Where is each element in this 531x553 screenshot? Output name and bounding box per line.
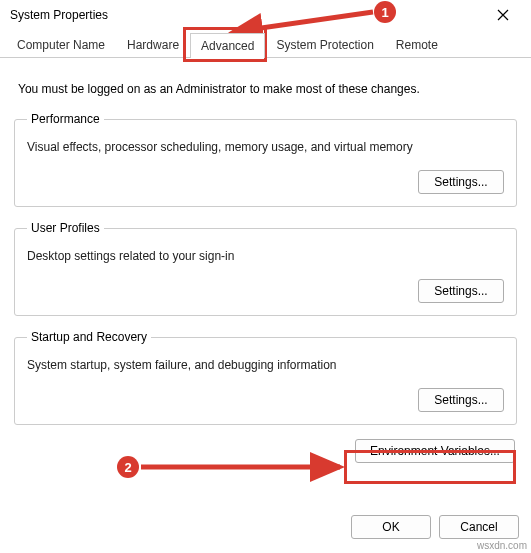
dialog-footer: OK Cancel: [351, 515, 519, 539]
window-title: System Properties: [10, 8, 108, 22]
group-startup-recovery-legend: Startup and Recovery: [27, 330, 151, 344]
group-user-profiles-legend: User Profiles: [27, 221, 104, 235]
group-performance-desc: Visual effects, processor scheduling, me…: [27, 140, 504, 154]
tab-strip: Computer Name Hardware Advanced System P…: [0, 30, 531, 58]
user-profiles-settings-button[interactable]: Settings...: [418, 279, 504, 303]
group-performance-legend: Performance: [27, 112, 104, 126]
startup-recovery-settings-button[interactable]: Settings...: [418, 388, 504, 412]
group-performance: Performance Visual effects, processor sc…: [14, 112, 517, 207]
admin-notice: You must be logged on as an Administrato…: [18, 82, 513, 96]
watermark: wsxdn.com: [477, 540, 527, 551]
group-startup-recovery: Startup and Recovery System startup, sys…: [14, 330, 517, 425]
tab-advanced[interactable]: Advanced: [190, 33, 265, 58]
cancel-button[interactable]: Cancel: [439, 515, 519, 539]
performance-settings-button[interactable]: Settings...: [418, 170, 504, 194]
tab-hardware[interactable]: Hardware: [116, 32, 190, 57]
group-user-profiles: User Profiles Desktop settings related t…: [14, 221, 517, 316]
tab-computer-name[interactable]: Computer Name: [6, 32, 116, 57]
window-titlebar: System Properties: [0, 0, 531, 30]
group-user-profiles-desc: Desktop settings related to your sign-in: [27, 249, 504, 263]
ok-button[interactable]: OK: [351, 515, 431, 539]
environment-variables-button[interactable]: Environment Variables...: [355, 439, 515, 463]
group-startup-recovery-desc: System startup, system failure, and debu…: [27, 358, 504, 372]
tab-content-advanced: You must be logged on as an Administrato…: [0, 58, 531, 473]
close-icon[interactable]: [483, 0, 523, 30]
tab-remote[interactable]: Remote: [385, 32, 449, 57]
tab-system-protection[interactable]: System Protection: [265, 32, 384, 57]
